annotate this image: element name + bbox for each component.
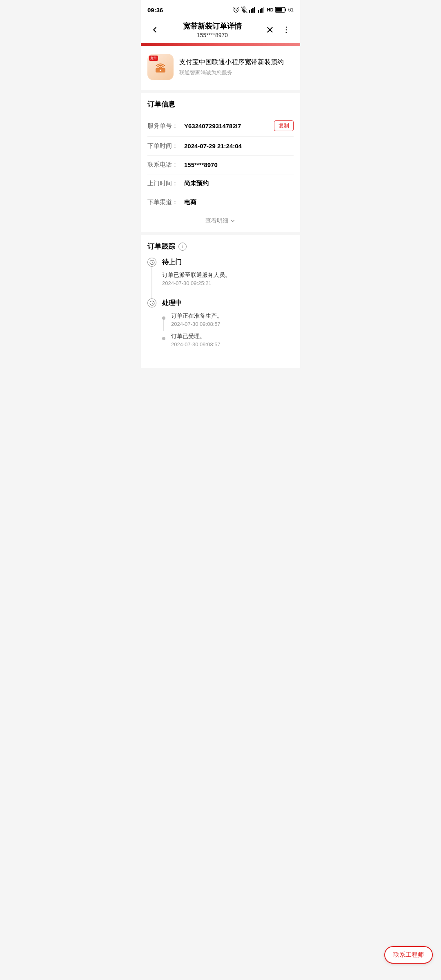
app-info: 支付宝中国联通小程序宽带新装预约 联通智家竭诚为您服务 <box>179 58 284 76</box>
event-text-0-0: 订单已派至联通服务人员。 <box>162 272 294 279</box>
status-bar: 09:36 HD <box>141 0 300 18</box>
svg-rect-14 <box>285 9 286 11</box>
sub-timeline-event-0: 订单正在准备生产。 2024-07-30 09:08:57 <box>162 312 294 331</box>
mute-icon <box>241 7 247 13</box>
info-row-channel: 下单渠道： 电商 <box>147 193 294 212</box>
sub-event-1: 订单已受理。 2024-07-30 09:08:57 <box>171 333 294 347</box>
sub-dot-0 <box>162 316 165 320</box>
router-icon <box>153 60 168 74</box>
5g-signal-icon <box>258 7 265 13</box>
view-detail-label: 查看明细 <box>205 217 228 225</box>
info-row-phone: 联系电话： 155****8970 <box>147 155 294 174</box>
timeline-status-0: 待上门 <box>162 258 294 267</box>
label-channel: 下单渠道： <box>147 198 184 206</box>
sub-line-0 <box>163 320 164 331</box>
timeline-left-1 <box>147 298 156 360</box>
timeline-right-0: 待上门 订单已派至联通服务人员。 2024-07-30 09:25:21 <box>162 258 294 298</box>
clock-svg-0 <box>149 260 155 265</box>
hd-label: HD <box>267 7 274 12</box>
tracking-title: 订单跟踪 <box>147 242 175 251</box>
close-icon <box>265 25 274 34</box>
value-order-time: 2024-07-29 21:24:04 <box>184 143 294 149</box>
info-row-visit-time: 上门时间： 尚未预约 <box>147 174 294 193</box>
svg-rect-7 <box>254 7 255 13</box>
order-info-section: 订单信息 服务单号： Y63240729314782l7 复制 下单时间： 20… <box>141 93 300 232</box>
more-icon <box>282 25 291 34</box>
battery-icon <box>275 7 287 13</box>
header-subtitle: 155****8970 <box>162 32 263 38</box>
label-order-time: 下单时间： <box>147 142 184 150</box>
sub-event-text-0: 订单正在准备生产。 <box>171 312 294 320</box>
header-center: 宽带新装订单详情 155****8970 <box>162 21 263 38</box>
event-time-0-0: 2024-07-30 09:25:21 <box>162 280 294 286</box>
svg-point-21 <box>160 69 161 71</box>
svg-rect-10 <box>261 8 263 13</box>
sub-event-time-0: 2024-07-30 09:08:57 <box>171 321 294 327</box>
sub-left-0 <box>162 312 165 331</box>
timeline-event-0-0: 订单已派至联通服务人员。 2024-07-30 09:25:21 <box>162 272 294 286</box>
footer-spacer <box>141 368 300 401</box>
tracking-title-row: 订单跟踪 i <box>147 242 294 258</box>
back-button[interactable] <box>147 22 162 37</box>
header-title: 宽带新装订单详情 <box>162 21 263 31</box>
copy-button[interactable]: 复制 <box>274 120 294 131</box>
app-info-title: 支付宝中国联通小程序宽带新装预约 <box>179 58 284 67</box>
value-service-number: Y63240729314782l7 <box>184 122 274 129</box>
svg-rect-13 <box>276 8 282 12</box>
info-row-order-time: 下单时间： 2024-07-29 21:24:04 <box>147 136 294 155</box>
app-icon: 宽带 <box>147 54 174 80</box>
svg-rect-11 <box>263 7 264 13</box>
close-button[interactable] <box>263 22 277 37</box>
info-row-service-number: 服务单号： Y63240729314782l7 复制 <box>147 115 294 136</box>
timeline-item-1: 处理中 订单正在准备生产。 2024-07-30 09:08:57 <box>147 298 294 360</box>
value-visit-time: 尚未预约 <box>184 180 294 187</box>
status-icons: HD 61 <box>233 7 294 13</box>
value-phone: 155****8970 <box>184 161 294 168</box>
chevron-down-icon <box>230 218 236 224</box>
svg-rect-9 <box>260 9 261 13</box>
app-card: 宽带 支付宝中国联通小程序宽带新装预约 联通智家竭诚为您服务 <box>141 46 300 90</box>
clock-icon-1 <box>147 298 156 307</box>
timeline-line-0 <box>151 267 152 298</box>
clock-icon-0 <box>147 258 156 267</box>
app-icon-badge: 宽带 <box>149 56 158 61</box>
back-icon <box>150 25 159 34</box>
sub-event-text-1: 订单已受理。 <box>171 333 294 340</box>
clock-svg-1 <box>149 301 155 306</box>
value-channel: 电商 <box>184 198 294 206</box>
sub-dot-1 <box>162 337 165 340</box>
view-detail-button[interactable]: 查看明细 <box>147 212 294 232</box>
more-button[interactable] <box>279 22 294 37</box>
svg-rect-5 <box>251 9 252 13</box>
label-service-number: 服务单号： <box>147 122 184 130</box>
sub-timeline-event-1: 订单已受理。 2024-07-30 09:08:57 <box>162 333 294 352</box>
svg-rect-4 <box>249 10 250 13</box>
timeline-left-0 <box>147 258 156 298</box>
label-visit-time: 上门时间： <box>147 180 184 187</box>
order-tracking-section: 订单跟踪 i 待上门 订单已派至联通服务人员。 2024-0 <box>141 235 300 368</box>
app-info-subtitle: 联通智家竭诚为您服务 <box>179 69 284 76</box>
svg-rect-6 <box>252 8 254 13</box>
timeline-item-0: 待上门 订单已派至联通服务人员。 2024-07-30 09:25:21 <box>147 258 294 298</box>
order-info-title: 订单信息 <box>147 100 294 115</box>
alarm-icon <box>233 7 239 13</box>
header-right <box>263 22 294 37</box>
signal-icon <box>249 7 256 13</box>
timeline: 待上门 订单已派至联通服务人员。 2024-07-30 09:25:21 处理中 <box>147 258 294 368</box>
label-phone: 联系电话： <box>147 161 184 169</box>
timeline-right-1: 处理中 订单正在准备生产。 2024-07-30 09:08:57 <box>162 298 294 360</box>
timeline-status-1: 处理中 <box>162 298 294 307</box>
sub-left-1 <box>162 333 165 352</box>
svg-point-19 <box>286 32 287 33</box>
svg-point-17 <box>286 27 287 28</box>
svg-rect-8 <box>258 10 259 13</box>
sub-event-time-1: 2024-07-30 09:08:57 <box>171 341 294 347</box>
tracking-info-icon[interactable]: i <box>178 243 187 251</box>
sub-event-0: 订单正在准备生产。 2024-07-30 09:08:57 <box>171 312 294 327</box>
status-time: 09:36 <box>147 7 163 13</box>
header: 宽带新装订单详情 155****8970 <box>141 18 300 43</box>
svg-point-18 <box>286 29 287 31</box>
battery-level: 61 <box>288 7 294 13</box>
